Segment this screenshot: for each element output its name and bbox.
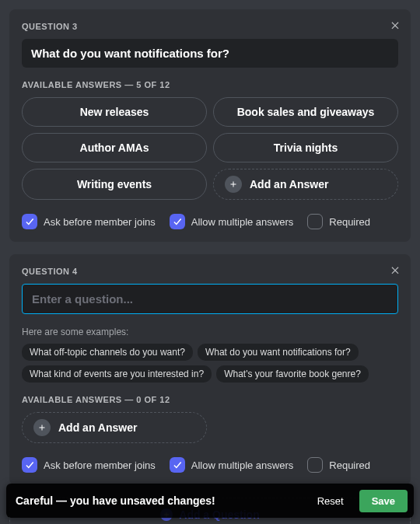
checkbox-icon [307, 214, 323, 229]
checkbox-label: Ask before member joins [44, 459, 156, 471]
checkbox-icon [22, 457, 37, 473]
question-text-input[interactable]: Enter a question... [22, 284, 398, 314]
unsaved-changes-toast: Careful — you have unsaved changes! Rese… [6, 484, 414, 518]
ask-before-checkbox[interactable]: Ask before member joins [22, 457, 156, 473]
answer-pill[interactable]: Trivia nights [213, 133, 398, 162]
answer-pill[interactable]: Author AMAs [22, 133, 207, 162]
answer-pill[interactable]: Writing events [22, 169, 207, 200]
question-text-input[interactable]: What do you want notifications for? [22, 39, 398, 68]
available-answers-label: Available Answers — 5 of 12 [22, 80, 398, 89]
ask-before-checkbox[interactable]: Ask before member joins [22, 214, 156, 229]
reset-button[interactable]: Reset [308, 491, 353, 512]
checkbox-label: Allow multiple answers [191, 216, 294, 228]
answer-pill[interactable]: Book sales and giveaways [213, 97, 398, 127]
plus-icon [225, 176, 242, 193]
required-checkbox[interactable]: Required [307, 214, 370, 229]
checkbox-icon [170, 214, 185, 229]
add-answer-button[interactable]: Add an Answer [213, 169, 398, 200]
example-chip[interactable]: What do you want notifications for? [198, 344, 359, 361]
checkbox-label: Ask before member joins [44, 216, 156, 228]
checkbox-label: Allow multiple answers [191, 459, 294, 471]
available-answers-label: Available Answers — 0 of 12 [22, 395, 398, 404]
add-answer-label: Add an Answer [250, 178, 328, 190]
checkbox-icon [170, 457, 185, 473]
checkbox-label: Required [329, 216, 370, 228]
multiple-answers-checkbox[interactable]: Allow multiple answers [170, 214, 294, 229]
add-answer-button[interactable]: Add an Answer [22, 412, 207, 443]
example-chip[interactable]: What off-topic channels do you want? [22, 344, 193, 361]
close-icon[interactable] [389, 19, 401, 31]
question-card-3: Question 3 What do you want notification… [9, 9, 411, 242]
toast-message: Careful — you have unsaved changes! [16, 494, 302, 507]
answer-pill[interactable]: New releases [22, 97, 207, 127]
examples-label: Here are some examples: [22, 327, 398, 337]
example-chip[interactable]: What's your favorite book genre? [216, 365, 369, 383]
question-card-4: Question 4 Enter a question... Here are … [9, 254, 411, 485]
question-number-label: Question 4 [22, 267, 398, 276]
checkbox-label: Required [329, 459, 370, 471]
required-checkbox[interactable]: Required [307, 457, 370, 473]
question-number-label: Question 3 [22, 22, 398, 31]
save-button[interactable]: Save [359, 490, 408, 512]
example-chip[interactable]: What kind of events are you interested i… [22, 365, 212, 383]
add-answer-label: Add an Answer [58, 421, 137, 434]
close-icon[interactable] [389, 264, 401, 276]
multiple-answers-checkbox[interactable]: Allow multiple answers [170, 457, 294, 473]
plus-icon [33, 419, 51, 436]
checkbox-icon [307, 457, 323, 473]
checkbox-icon [22, 214, 37, 229]
